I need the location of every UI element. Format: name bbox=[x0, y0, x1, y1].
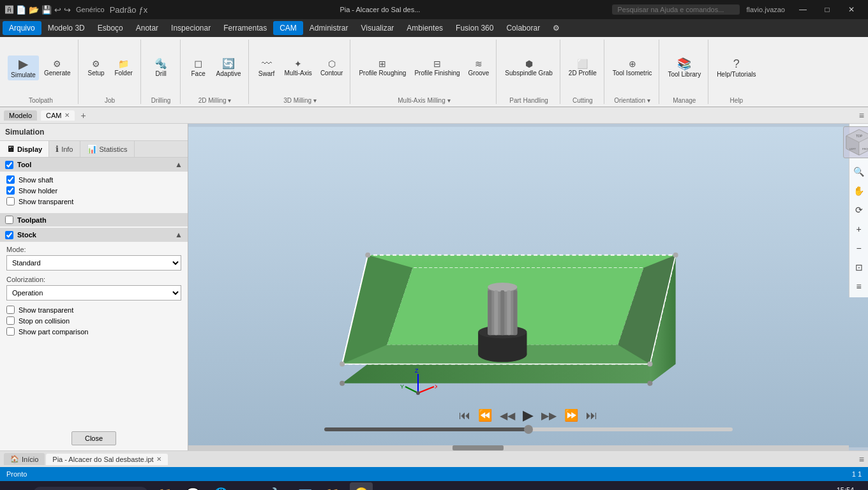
profile-roughing-button[interactable]: ⊞ Profile Roughing bbox=[355, 57, 409, 78]
minimize-button[interactable]: — bbox=[791, 0, 814, 19]
taskbar-app-outlook[interactable]: 📧 bbox=[294, 482, 317, 490]
tool-section-header[interactable]: Tool ▲ bbox=[0, 158, 188, 172]
zoom-in-btn[interactable]: + bbox=[851, 221, 867, 237]
file-tab-close[interactable]: ✕ bbox=[156, 456, 161, 463]
undo-icon[interactable]: ↩ bbox=[54, 5, 61, 15]
tab-cam-close[interactable]: ✕ bbox=[64, 112, 70, 119]
menu-arquivo[interactable]: Arquivo bbox=[3, 21, 41, 35]
simulate-button[interactable]: ▶ Simulate bbox=[8, 56, 39, 80]
taskbar-app-teams[interactable]: 💬 bbox=[181, 482, 204, 490]
groove-button[interactable]: ≋ Groove bbox=[465, 57, 493, 78]
home-tab[interactable]: 🏠 Início bbox=[4, 453, 45, 465]
show-holder-checkbox[interactable] bbox=[6, 186, 15, 195]
rewind-button[interactable]: ◀◀ bbox=[500, 410, 515, 422]
toolpath-checkbox[interactable] bbox=[5, 216, 13, 224]
tab-modelo[interactable]: Modelo bbox=[4, 110, 37, 121]
viewport-scrollbar-h[interactable] bbox=[188, 445, 849, 450]
skip-to-end-button[interactable]: ⏭ bbox=[586, 409, 597, 422]
menu-fusion360[interactable]: Fusion 360 bbox=[449, 21, 500, 35]
mode-select[interactable]: Standard Translucent Wireframe bbox=[6, 255, 181, 271]
file-tab[interactable]: Pia - Alcacer do Sal desbaste.ipt ✕ bbox=[46, 454, 167, 465]
show-shaft-checkbox[interactable] bbox=[6, 175, 15, 184]
help-search[interactable] bbox=[612, 4, 740, 15]
tab-cam[interactable]: CAM ✕ bbox=[41, 110, 74, 121]
swarf-button[interactable]: 〰 Swarf bbox=[254, 57, 280, 79]
stop-on-collision-checkbox[interactable] bbox=[6, 316, 15, 325]
bottom-tabs-menu[interactable]: ≡ bbox=[859, 454, 864, 464]
fast-forward-button[interactable]: ▶▶ bbox=[541, 410, 557, 422]
taskbar-app-media[interactable]: ▶ bbox=[237, 482, 260, 490]
menu-visualizar[interactable]: Visualizar bbox=[355, 21, 401, 35]
face-button[interactable]: ◻ Face bbox=[186, 57, 211, 79]
setup-button[interactable]: ⚙ Setup bbox=[84, 57, 109, 78]
subspindle-grab-button[interactable]: ⬢ Subspindle Grab bbox=[502, 57, 556, 78]
menu-esboco[interactable]: Esboço bbox=[91, 21, 130, 35]
workspace-selector[interactable]: Genérico bbox=[73, 6, 107, 13]
show-transparent-stock-checkbox[interactable] bbox=[6, 306, 15, 314]
colorization-select[interactable]: Operation Tool Feed Rate bbox=[6, 285, 181, 301]
stock-checkbox[interactable] bbox=[5, 231, 13, 239]
2dprofile-button[interactable]: ⬜ 2D Profile bbox=[565, 57, 600, 78]
help-tutorials-button[interactable]: ? Help/Tutorials bbox=[714, 56, 759, 80]
contour-button[interactable]: ⬡ Contour bbox=[317, 57, 347, 78]
zoom-out-btn[interactable]: − bbox=[851, 240, 867, 256]
menu-cam[interactable]: CAM bbox=[273, 21, 303, 35]
close-button[interactable]: ✕ bbox=[840, 0, 863, 19]
start-button[interactable]: ⊞ bbox=[5, 482, 28, 490]
open-icon[interactable]: 📂 bbox=[29, 5, 39, 15]
tool-isometric-button[interactable]: ⊕ Tool Isometric bbox=[610, 57, 655, 78]
maximize-button[interactable]: □ bbox=[816, 0, 839, 19]
orbit-btn[interactable]: ⟳ bbox=[851, 202, 867, 218]
play-button[interactable]: ▶ bbox=[523, 407, 534, 424]
folder-button[interactable]: 📁 Folder bbox=[111, 57, 137, 78]
menu-anotar[interactable]: Anotar bbox=[130, 21, 165, 35]
tool-library-button[interactable]: 📚 Tool Library bbox=[664, 56, 704, 80]
close-simulation-button[interactable]: Close bbox=[71, 431, 116, 445]
taskbar-app-edge[interactable]: 🌐 bbox=[209, 482, 232, 490]
taskbar-app-explorer[interactable]: 📂 bbox=[322, 482, 345, 490]
menu-administrar[interactable]: Administrar bbox=[303, 21, 355, 35]
profile-finishing-button[interactable]: ⊟ Profile Finishing bbox=[411, 57, 463, 78]
tab-menu-button[interactable]: ≡ bbox=[859, 110, 864, 121]
show-transparent-tool-checkbox[interactable] bbox=[6, 197, 15, 205]
viewport[interactable]: TOP LEFT FRONT 🔍 ✋ ⟳ + − ⊡ ≡ X Y Z bbox=[188, 124, 868, 450]
skip-forward-fast-button[interactable]: ⏩ bbox=[564, 408, 578, 422]
toolpath-section-header[interactable]: Toolpath bbox=[0, 213, 188, 226]
menu-colaborar[interactable]: Colaborar bbox=[500, 21, 546, 35]
tool-checkbox[interactable] bbox=[5, 161, 13, 169]
view-cube[interactable]: TOP LEFT FRONT bbox=[843, 126, 869, 158]
menu-ambientes[interactable]: Ambientes bbox=[400, 21, 449, 35]
taskbar-app-tools[interactable]: 🔧 bbox=[266, 482, 288, 490]
drill-button[interactable]: 🔩 Drill bbox=[148, 57, 174, 79]
multiaxis-button[interactable]: ✦ Multi-Axis bbox=[281, 57, 315, 78]
appearance-selector[interactable]: Padrão bbox=[110, 5, 137, 15]
fit-btn[interactable]: ⊡ bbox=[851, 259, 867, 276]
taskbar-app-fusion[interactable]: 🟡 bbox=[350, 482, 373, 490]
menu-settings[interactable]: ⚙ bbox=[546, 21, 566, 35]
stock-section-header[interactable]: Stock ▲ bbox=[0, 228, 188, 242]
rewind-to-start-button[interactable]: ⏮ bbox=[459, 409, 470, 422]
menu-modelo3d[interactable]: Modelo 3D bbox=[41, 21, 91, 35]
fx-icon[interactable]: ƒx bbox=[139, 5, 148, 15]
adaptive-button[interactable]: 🔄 Adaptive bbox=[213, 57, 244, 79]
progress-bar[interactable] bbox=[324, 427, 733, 431]
display-tab[interactable]: 🖥 Display bbox=[0, 141, 49, 157]
viewport-menu-btn[interactable]: ≡ bbox=[851, 278, 867, 295]
taskbar-app-files[interactable]: 📁 bbox=[153, 482, 176, 490]
redo-icon[interactable]: ↪ bbox=[64, 5, 71, 15]
info-tab[interactable]: ℹ Info bbox=[49, 141, 80, 157]
menu-inspecionar[interactable]: Inspecionar bbox=[165, 21, 217, 35]
show-part-comparison-checkbox[interactable] bbox=[6, 327, 15, 336]
taskbar-search[interactable] bbox=[33, 487, 148, 490]
statistics-tab[interactable]: 📊 Statistics bbox=[80, 141, 135, 157]
tab-add-button[interactable]: + bbox=[79, 110, 89, 121]
pan-btn[interactable]: ✋ bbox=[851, 182, 867, 199]
new-file-icon[interactable]: 📄 bbox=[16, 5, 26, 15]
step-back-fast-button[interactable]: ⏪ bbox=[478, 408, 492, 422]
generate-button[interactable]: ⚙ Generate bbox=[41, 57, 74, 78]
zoom-to-fit-btn[interactable]: 🔍 bbox=[851, 163, 867, 180]
scrollbar-h-thumb[interactable] bbox=[453, 445, 504, 450]
progress-thumb[interactable] bbox=[524, 425, 533, 434]
save-icon[interactable]: 💾 bbox=[41, 5, 52, 15]
menu-ferramentas[interactable]: Ferramentas bbox=[217, 21, 273, 35]
